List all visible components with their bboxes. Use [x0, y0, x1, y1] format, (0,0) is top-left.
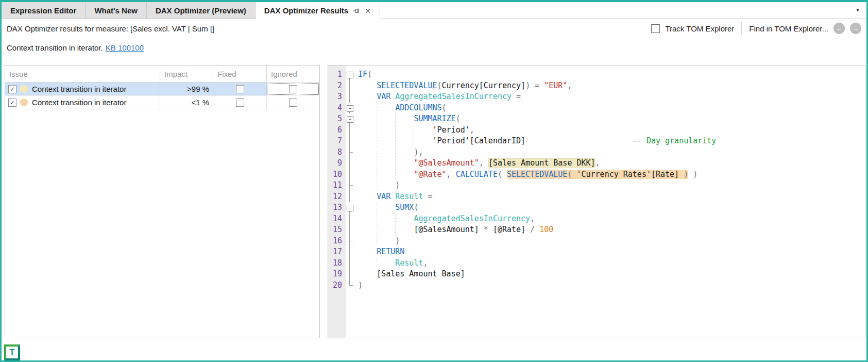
severity-dot-icon — [20, 98, 28, 106]
fold-marker-icon — [346, 91, 354, 103]
line-number: 6 — [328, 125, 346, 136]
code-line: 13 SUMX( — [328, 202, 865, 213]
code-text[interactable]: IF( — [354, 69, 865, 80]
kb-link[interactable]: KB 100100 — [106, 43, 144, 52]
issue-cell: ✓Context transition in iterator — [5, 96, 160, 109]
fixed-checkbox[interactable] — [236, 98, 244, 107]
impact-cell: >99 % — [160, 83, 213, 95]
column-header-impact[interactable]: Impact — [160, 65, 213, 82]
fold-marker-icon — [346, 224, 354, 236]
line-number: 14 — [328, 213, 346, 225]
track-tom-explorer-label: Track TOM Explorer — [665, 24, 734, 33]
tab-label: DAX Optimizer (Preview) — [156, 6, 246, 15]
line-number: 16 — [328, 236, 346, 247]
severity-dot-icon — [20, 85, 28, 93]
tab-bar: Expression EditorWhat's NewDAX Optimizer… — [2, 2, 866, 19]
code-line: 15 [@SalesAmount] * [@Rate] / 100 — [328, 224, 865, 236]
code-text[interactable]: Result, — [354, 258, 865, 269]
code-text[interactable]: ), — [354, 147, 865, 158]
track-tom-explorer-checkbox[interactable] — [651, 24, 660, 33]
code-text[interactable]: RETURN — [354, 246, 865, 258]
toolbar-separator — [741, 22, 742, 35]
code-text[interactable]: SUMX( — [354, 202, 865, 213]
column-header-issue[interactable]: Issue — [5, 65, 160, 82]
code-text[interactable]: [@SalesAmount] * [@Rate] / 100 — [354, 224, 865, 236]
code-text[interactable]: "@Rate", CALCULATE( SELECTEDVALUE( 'Curr… — [354, 169, 865, 180]
code-panel: 1IF(2 SELECTEDVALUE(Currency[Currency]) … — [328, 65, 865, 338]
fold-marker-icon[interactable] — [346, 202, 354, 213]
code-text[interactable]: ) — [354, 180, 865, 191]
code-text[interactable]: [Sales Amount Base] — [354, 269, 865, 280]
column-header-ignored[interactable]: Ignored — [266, 65, 319, 82]
line-number: 7 — [328, 136, 346, 147]
issue-checkbox[interactable]: ✓ — [8, 98, 16, 107]
column-header-fixed[interactable]: Fixed — [213, 65, 266, 82]
code-text[interactable]: SUMMARIZE( — [354, 113, 865, 125]
tab-what-s-new[interactable]: What's New — [86, 2, 147, 19]
code-text[interactable]: SELECTEDVALUE(Currency[Currency]) = "EUR… — [354, 80, 865, 92]
fold-marker-icon — [346, 236, 354, 247]
issue-cell: ✓Context transition in iterator — [5, 83, 160, 95]
fold-marker-icon — [346, 136, 354, 147]
tab-expression-editor[interactable]: Expression Editor — [2, 2, 86, 19]
line-number: 12 — [328, 191, 346, 203]
issue-label: Context transition in iterator — [32, 85, 126, 93]
code-text[interactable]: 'Period'[CalendarID] -- Day granularity — [354, 136, 865, 147]
table-row[interactable]: ✓Context transition in iterator<1 % — [5, 96, 319, 109]
code-line: 19 [Sales Amount Base] — [328, 269, 865, 280]
tab-label: Expression Editor — [10, 6, 76, 15]
issue-checkbox[interactable]: ✓ — [8, 85, 16, 93]
tab-label: DAX Optimizer Results — [264, 6, 348, 15]
code-line: 10 "@Rate", CALCULATE( SELECTEDVALUE( 'C… — [328, 169, 865, 180]
fold-marker-icon — [346, 191, 354, 203]
fold-marker-icon[interactable] — [346, 69, 354, 80]
nav-forward-button[interactable]: → — [850, 23, 861, 34]
fold-marker-icon — [346, 213, 354, 225]
fold-marker-icon — [346, 180, 354, 191]
line-number: 5 — [328, 113, 346, 125]
impact-cell: <1 % — [160, 96, 213, 109]
code-text[interactable]: ) — [354, 280, 865, 291]
code-line: 1IF( — [328, 69, 865, 80]
code-line: 2 SELECTEDVALUE(Currency[Currency]) = "E… — [328, 80, 865, 92]
line-number: 11 — [328, 180, 346, 191]
code-line: 9 "@SalesAmount", [Sales Amount Base DKK… — [328, 158, 865, 169]
line-number: 15 — [328, 224, 346, 236]
line-number: 2 — [328, 80, 346, 92]
ignored-checkbox[interactable] — [289, 85, 297, 93]
fold-marker-icon[interactable] — [346, 113, 354, 125]
tab-dax-optimizer-preview[interactable]: DAX Optimizer (Preview) — [147, 2, 256, 19]
fold-marker-icon — [346, 280, 354, 291]
line-number: 1 — [328, 69, 346, 80]
nav-back-button[interactable]: ← — [833, 23, 845, 34]
close-icon[interactable]: ✕ — [365, 7, 371, 15]
back-arrow-icon: ← — [836, 25, 843, 32]
fold-marker-icon — [346, 80, 354, 92]
fold-marker-icon — [346, 125, 354, 136]
fold-marker-icon — [346, 169, 354, 180]
code-text[interactable]: ADDCOLUMNS( — [354, 103, 865, 114]
fixed-cell — [213, 83, 266, 95]
issues-table-header: Issue Impact Fixed Ignored — [5, 65, 319, 83]
ignored-cell — [266, 96, 319, 109]
code-text[interactable]: "@SalesAmount", [Sales Amount Base DKK], — [354, 158, 865, 169]
fold-marker-icon[interactable] — [346, 103, 354, 114]
code-text[interactable]: VAR Result = — [354, 191, 865, 203]
issues-panel: Issue Impact Fixed Ignored ✓Context tran… — [5, 65, 320, 338]
code-text[interactable]: ) — [354, 236, 865, 247]
tab-list-dropdown-icon[interactable]: ▾ — [856, 6, 859, 13]
code-text[interactable]: AggregatedSalesInCurrency, — [354, 213, 865, 225]
pin-icon[interactable] — [353, 7, 360, 14]
code-line: 11 ) — [328, 180, 865, 191]
code-text[interactable]: VAR AggregatedSalesInCurrency = — [354, 91, 865, 103]
issues-table-body: ✓Context transition in iterator>99 %✓Con… — [5, 83, 319, 109]
ignored-checkbox[interactable] — [289, 98, 297, 107]
table-row[interactable]: ✓Context transition in iterator>99 % — [5, 83, 319, 96]
logo-letter: T — [10, 348, 15, 357]
code-text[interactable]: 'Period', — [354, 125, 865, 136]
tab-dax-optimizer-results[interactable]: DAX Optimizer Results✕ — [256, 2, 380, 19]
find-in-tom-explorer-button[interactable]: Find in TOM Explorer... — [749, 24, 828, 33]
line-number: 13 — [328, 202, 346, 213]
results-toolbar: DAX Optimizer results for measure: [Sale… — [2, 19, 866, 38]
fixed-checkbox[interactable] — [236, 85, 244, 93]
